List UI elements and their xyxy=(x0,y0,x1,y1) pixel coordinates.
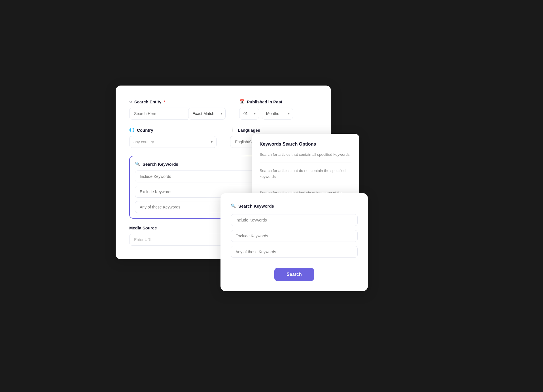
exclude-keywords-input-front[interactable] xyxy=(231,230,358,242)
search-button[interactable]: Search xyxy=(274,268,314,281)
tooltip-divider-2 xyxy=(260,185,351,185)
published-label: 📅 Published in Past xyxy=(239,99,317,104)
any-keywords-input-front[interactable] xyxy=(231,246,358,258)
published-row: 01 02 03 06 12 ▾ Months Days Years xyxy=(239,108,317,120)
search-entity-section: ○ Search Entity * Exact Match Fuzzy Matc… xyxy=(129,99,226,120)
search-entity-row: Exact Match Fuzzy Match Starts With ▾ xyxy=(129,108,226,120)
country-select-wrap: any country United States United Kingdom… xyxy=(129,136,217,148)
search-entity-label: ○ Search Entity * xyxy=(129,99,226,104)
country-label: 🌐 Country xyxy=(129,127,217,133)
published-num-select[interactable]: 01 02 03 06 12 xyxy=(239,108,259,120)
published-period-wrap: Months Days Years ▾ xyxy=(262,108,293,120)
exact-match-select[interactable]: Exact Match Fuzzy Match Starts With xyxy=(188,108,226,120)
globe-icon: 🌐 xyxy=(129,127,135,133)
search-kw-front-icon: 🔍 xyxy=(231,203,236,208)
search-kw-icon: 🔍 xyxy=(135,161,140,167)
published-num-wrap: 01 02 03 06 12 ▾ xyxy=(239,108,259,120)
published-section: 📅 Published in Past 01 02 03 06 12 ▾ xyxy=(239,99,317,120)
include-keywords-input-front[interactable] xyxy=(231,214,358,226)
tooltip-divider-1 xyxy=(260,163,351,163)
exclaim-icon: ❕ xyxy=(230,127,236,133)
tooltip-item-2: Search for articles that do not contain … xyxy=(260,168,351,180)
country-select[interactable]: any country United States United Kingdom… xyxy=(129,136,217,148)
search-entity-input[interactable] xyxy=(129,108,188,120)
country-section: 🌐 Country any country United States Unit… xyxy=(129,127,217,148)
calendar-icon: 📅 xyxy=(239,99,245,104)
keywords-front-card: 🔍 Search Keywords Search xyxy=(220,193,368,291)
circle-icon: ○ xyxy=(129,99,132,104)
tooltip-title: Keywords Search Options xyxy=(260,142,351,147)
tooltip-item-1: Search for articles that contain all spe… xyxy=(260,152,351,157)
languages-label: ❕ Languages xyxy=(230,127,317,133)
published-period-select[interactable]: Months Days Years xyxy=(262,108,293,120)
keywords-front-label: 🔍 Search Keywords xyxy=(231,203,358,208)
exact-match-wrap: Exact Match Fuzzy Match Starts With ▾ xyxy=(188,108,226,120)
